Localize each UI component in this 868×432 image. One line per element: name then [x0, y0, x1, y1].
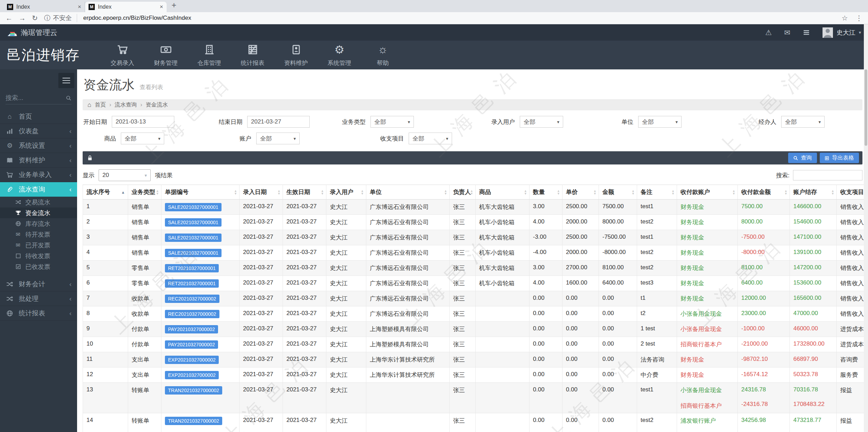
browser-tab-2[interactable]: M Index ×	[85, 2, 167, 12]
app-logo[interactable]: ☁ 瀚琚管理云	[7, 27, 57, 38]
sidebar-toggle-button[interactable]	[58, 73, 74, 88]
security-indicator[interactable]: ⓘ 不安全	[44, 14, 77, 22]
browser-menu-icon[interactable]: ⋮	[856, 14, 862, 22]
filter-label: 单位	[621, 118, 633, 126]
appmenu-item-资料维护[interactable]: 资料维护	[274, 43, 318, 67]
column-header-负责人[interactable]: 负责人▲▼	[450, 185, 476, 200]
column-header-生效日期[interactable]: 生效日期▲▼	[283, 185, 326, 200]
address-input[interactable]: erpdoc.epoerp.cn/Biz/BizFlow/CashIndex	[83, 15, 191, 22]
new-tab-button[interactable]: +	[172, 0, 176, 10]
column-header-录入日期[interactable]: 录入日期▲▼	[240, 185, 283, 200]
doc-number-badge[interactable]: EXP20210327000002	[165, 371, 219, 379]
doc-number-badge[interactable]: RET20210327000001	[165, 279, 219, 288]
sidebar-item-待收发票[interactable]: 待收发票	[0, 251, 77, 261]
filter-select[interactable]: 全部▾	[370, 116, 414, 128]
doc-number-badge[interactable]: TRAN20210327000002	[165, 417, 222, 425]
sidebar-item-流水查询[interactable]: 流水查询‹	[0, 182, 77, 197]
sidebar-item-系统设置[interactable]: ⚙系统设置‹	[0, 138, 77, 153]
doc-number-badge[interactable]: EXP20210327000002	[165, 356, 219, 364]
sidebar-item-资金流水[interactable]: 资金流水	[0, 207, 77, 218]
column-header-备注[interactable]: 备注▲▼	[637, 185, 677, 200]
doc-number-badge[interactable]: SALE20210327000001	[165, 203, 222, 211]
cell-qty: 0.00	[529, 322, 562, 337]
doc-number-badge[interactable]: REC20210327000002	[165, 310, 219, 318]
reload-button[interactable]: ↻	[32, 14, 38, 22]
filter-select[interactable]: 全部▾	[121, 133, 164, 144]
mail-icon[interactable]: ✉	[784, 28, 791, 37]
column-header-单价[interactable]: 单价▲▼	[562, 185, 599, 200]
cell-balance: 147200.00	[790, 261, 837, 276]
doc-number-badge[interactable]: TRAN20210327000002	[165, 386, 222, 395]
column-header-收付款金额[interactable]: 收付款金额▲▼	[738, 185, 790, 200]
browser-tab-1[interactable]: M Index ×	[3, 2, 85, 12]
column-header-业务类型[interactable]: 业务类型▲▼	[128, 185, 161, 200]
sidebar-item-交易流水[interactable]: 交易流水	[0, 197, 77, 207]
column-header-数量[interactable]: 数量▲▼	[529, 185, 562, 200]
filter-date-input[interactable]	[112, 116, 174, 128]
breadcrumb: ⌂首页›流水查询›资金流水	[83, 99, 862, 110]
bookmark-star-icon[interactable]: ☆	[842, 14, 848, 22]
filter-date-input[interactable]	[247, 116, 310, 128]
filter-select[interactable]: 全部▾	[638, 116, 682, 128]
filter-select[interactable]: 全部▾	[520, 116, 563, 128]
column-header-录入用户[interactable]: 录入用户▲▼	[326, 185, 366, 200]
appmenu-item-系统管理[interactable]: ⚙系统管理	[318, 43, 361, 67]
cell-seq: 11	[83, 352, 128, 367]
user-menu[interactable]: 史大江 ▾	[823, 27, 861, 38]
appmenu-item-仓库管理[interactable]: 仓库管理	[187, 43, 231, 67]
sidebar-item-库存流水[interactable]: 库存流水	[0, 218, 77, 229]
sidebar-item-业务单录入[interactable]: 业务单录入‹	[0, 168, 77, 182]
appmenu-item-帮助[interactable]: ☼帮助	[361, 43, 404, 67]
filter-select[interactable]: 全部▾	[256, 133, 300, 144]
close-icon[interactable]: ×	[160, 3, 163, 10]
query-button[interactable]: 查询	[788, 153, 817, 163]
breadcrumb-item[interactable]: 首页	[95, 101, 106, 109]
cell-unit: 上海塑娇模具有限公司	[366, 322, 450, 337]
column-header-账户结存[interactable]: 账户结存▲▼	[790, 185, 837, 200]
forward-button[interactable]: →	[19, 14, 26, 22]
doc-number-badge[interactable]: SALE20210327000001	[165, 234, 222, 242]
appmenu-item-财务管理[interactable]: 财务管理	[144, 43, 187, 67]
appmenu-item-统计报表[interactable]: 统计报表	[231, 43, 274, 67]
back-button[interactable]: ←	[6, 14, 12, 22]
sidebar-item-财务会计[interactable]: 财务会计‹	[0, 277, 77, 291]
sidebar-item-统计报表[interactable]: 统计报表‹	[0, 306, 77, 321]
sidebar-item-已开发票[interactable]: ✉已开发票	[0, 240, 77, 251]
scrollbar[interactable]	[864, 24, 868, 432]
sidebar-search-input[interactable]	[6, 94, 58, 102]
sidebar-item-已收发票[interactable]: 已收发票	[0, 261, 77, 272]
doc-number-badge[interactable]: SALE20210327000001	[165, 249, 222, 257]
column-header-流水序号[interactable]: 流水序号▲	[83, 185, 128, 200]
filter-select[interactable]: 全部▾	[409, 133, 452, 144]
cell-price: 0.00	[562, 367, 599, 383]
doc-number-badge[interactable]: SALE20210327000001	[165, 218, 222, 227]
filter-select[interactable]: 全部▾	[781, 116, 825, 128]
doc-number-badge[interactable]: PAY20210327000002	[165, 340, 218, 349]
page-size-select[interactable]: 20 ▾	[99, 169, 151, 181]
column-header-金额[interactable]: 金额▲▼	[599, 185, 637, 200]
column-header-商品[interactable]: 商品▲▼	[476, 185, 529, 200]
column-header-收支项目[interactable]: 收支项目▲▼	[837, 185, 868, 200]
doc-number-badge[interactable]: RET20210327000001	[165, 264, 219, 272]
column-header-单位[interactable]: 单位▲▼	[366, 185, 450, 200]
chevron-left-icon: ‹	[69, 186, 72, 193]
table-search-input[interactable]	[793, 170, 862, 180]
scrollbar-thumb[interactable]	[865, 69, 867, 146]
doc-number-badge[interactable]: PAY20210327000002	[165, 325, 218, 333]
close-icon[interactable]: ×	[78, 3, 81, 10]
chevron-down-icon: ▾	[408, 119, 410, 125]
doc-number-badge[interactable]: REC20210327000002	[165, 295, 219, 303]
sidebar-item-资料维护[interactable]: 资料维护‹	[0, 153, 77, 168]
export-table-button[interactable]: ⊞ 导出表格	[820, 153, 859, 163]
sidebar-item-批处理[interactable]: 批处理‹	[0, 291, 77, 306]
sidebar-item-仪表盘[interactable]: 仪表盘‹	[0, 124, 77, 138]
column-header-收付款账户[interactable]: 收付款账户▲▼	[677, 185, 738, 200]
alert-icon[interactable]: ⚠	[765, 28, 772, 37]
appmenu-item-交易录入[interactable]: 交易录入	[101, 43, 144, 67]
tasks-icon[interactable]	[803, 29, 810, 36]
breadcrumb-item[interactable]: 流水查询	[115, 101, 137, 109]
sidebar-item-待开发票[interactable]: ✉待开发票	[0, 229, 77, 240]
cell-price: 2000.00	[562, 215, 599, 230]
column-header-单据编号[interactable]: 单据编号▲▼	[161, 185, 240, 200]
sidebar-item-首页[interactable]: ⌂首页	[0, 109, 77, 124]
